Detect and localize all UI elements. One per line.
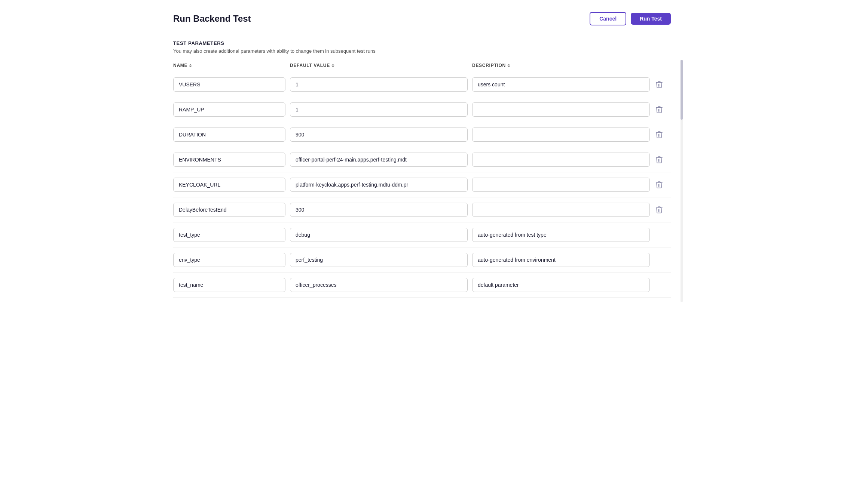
- table-row: [173, 122, 671, 147]
- name-sort-icon[interactable]: [189, 64, 192, 67]
- section-subtitle: You may also create additional parameter…: [173, 48, 671, 54]
- cancel-button[interactable]: Cancel: [590, 12, 626, 25]
- param-value-input[interactable]: [290, 178, 468, 192]
- trash-icon: [656, 156, 663, 163]
- test-parameters-section: TEST PARAMETERS You may also create addi…: [173, 40, 671, 298]
- param-description-input[interactable]: [472, 228, 650, 242]
- col-header-default-value: DEFAULT VALUE: [290, 63, 468, 68]
- delete-row-button[interactable]: [654, 154, 664, 165]
- delete-cell: [654, 79, 671, 90]
- table-row: [173, 147, 671, 172]
- delete-row-button[interactable]: [654, 205, 664, 215]
- trash-icon: [656, 81, 663, 88]
- table-row: [173, 197, 671, 222]
- section-title: TEST PARAMETERS: [173, 40, 671, 46]
- delete-row-button[interactable]: [654, 179, 664, 190]
- delete-cell: [654, 104, 671, 115]
- scrollbar-thumb[interactable]: [681, 60, 683, 120]
- trash-icon: [656, 206, 663, 213]
- param-value-input[interactable]: [290, 278, 468, 292]
- param-description-input[interactable]: [472, 77, 650, 92]
- param-name-input[interactable]: [173, 102, 285, 117]
- param-description-input[interactable]: [472, 253, 650, 267]
- col-header-description: DESCRIPTION: [472, 63, 650, 68]
- parameters-table-body: [173, 72, 671, 298]
- param-name-input[interactable]: [173, 153, 285, 167]
- param-value-input[interactable]: [290, 228, 468, 242]
- param-value-input[interactable]: [290, 153, 468, 167]
- table-row: [173, 172, 671, 197]
- table-row: [173, 222, 671, 248]
- page-title: Run Backend Test: [173, 13, 251, 24]
- param-value-input[interactable]: [290, 253, 468, 267]
- trash-icon: [656, 131, 663, 138]
- param-name-input[interactable]: [173, 228, 285, 242]
- page-container: Run Backend Test Cancel Run Test TEST PA…: [158, 0, 686, 310]
- param-name-input[interactable]: [173, 178, 285, 192]
- table-row: [173, 273, 671, 298]
- param-name-input[interactable]: [173, 203, 285, 217]
- param-value-input[interactable]: [290, 127, 468, 142]
- delete-row-button[interactable]: [654, 79, 664, 90]
- table-header: NAME DEFAULT VALUE DESCRIPTION: [173, 63, 671, 72]
- param-value-input[interactable]: [290, 77, 468, 92]
- param-description-input[interactable]: [472, 127, 650, 142]
- table-row: [173, 248, 671, 273]
- col-header-name: NAME: [173, 63, 285, 68]
- trash-icon: [656, 181, 663, 188]
- delete-cell: [654, 129, 671, 140]
- description-sort-icon[interactable]: [507, 64, 510, 67]
- param-description-input[interactable]: [472, 102, 650, 117]
- page-header: Run Backend Test Cancel Run Test: [173, 12, 671, 25]
- header-buttons: Cancel Run Test: [590, 12, 671, 25]
- param-name-input[interactable]: [173, 253, 285, 267]
- trash-icon: [656, 106, 663, 113]
- delete-cell: [654, 205, 671, 215]
- default-value-sort-icon[interactable]: [331, 64, 334, 67]
- param-description-input[interactable]: [472, 203, 650, 217]
- delete-cell: [654, 179, 671, 190]
- table-row: [173, 72, 671, 97]
- delete-row-button[interactable]: [654, 129, 664, 140]
- param-name-input[interactable]: [173, 77, 285, 92]
- run-test-button[interactable]: Run Test: [631, 13, 671, 25]
- param-description-input[interactable]: [472, 153, 650, 167]
- delete-cell: [654, 154, 671, 165]
- param-description-input[interactable]: [472, 178, 650, 192]
- param-name-input[interactable]: [173, 127, 285, 142]
- param-value-input[interactable]: [290, 203, 468, 217]
- table-row: [173, 97, 671, 122]
- param-value-input[interactable]: [290, 102, 468, 117]
- scrollbar-track[interactable]: [681, 60, 683, 302]
- param-name-input[interactable]: [173, 278, 285, 292]
- delete-row-button[interactable]: [654, 104, 664, 115]
- param-description-input[interactable]: [472, 278, 650, 292]
